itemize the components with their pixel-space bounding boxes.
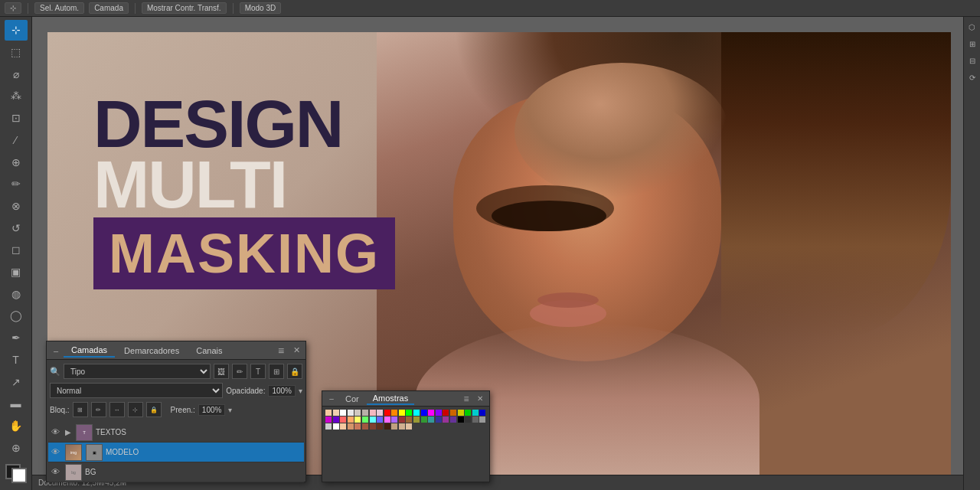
zoom-btn[interactable]: ⊕ [5, 437, 28, 458]
color-swatch-38[interactable] [443, 416, 449, 423]
color-swatch-3[interactable] [348, 410, 354, 416]
color-swatch-22[interactable] [325, 416, 332, 423]
color-swatch-51[interactable] [377, 423, 383, 430]
color-swatch-11[interactable] [406, 410, 412, 416]
tab-camadas[interactable]: Camadas [64, 344, 115, 358]
clone-stamp-btn[interactable]: ⊗ [5, 196, 28, 217]
color-swatch-1[interactable] [333, 410, 339, 416]
layer-lock-draw-btn[interactable]: ✏ [232, 364, 247, 379]
right-panel-btn3[interactable]: ⊟ [965, 54, 979, 67]
right-panel-btn2[interactable]: ⊞ [965, 37, 979, 51]
color-swatch-0[interactable] [325, 410, 332, 416]
blur-btn[interactable]: ◍ [5, 283, 28, 304]
fill-slider-btn[interactable]: ▾ [228, 406, 232, 414]
color-swatch-31[interactable] [391, 416, 397, 423]
dodge-btn[interactable]: ◯ [5, 305, 28, 326]
eyedropper-btn[interactable]: ⁄ [5, 130, 28, 151]
color-swatch-12[interactable] [413, 410, 420, 416]
color-swatch-30[interactable] [384, 416, 390, 423]
move-tool-btn[interactable]: ⊹ [5, 20, 28, 41]
toolbar-transform-btn[interactable]: Mostrar Contr. Transf. [142, 2, 227, 14]
color-swatch-54[interactable] [399, 423, 405, 430]
color-swatch-42[interactable] [472, 416, 479, 423]
color-swatch-49[interactable] [362, 423, 368, 430]
color-swatch-28[interactable] [370, 416, 376, 423]
select-tool-btn[interactable]: ⬚ [5, 42, 28, 63]
eraser-btn[interactable]: ◻ [5, 240, 28, 260]
color-swatch-23[interactable] [333, 416, 339, 423]
color-swatch-41[interactable] [465, 416, 471, 423]
color-swatch-46[interactable] [340, 423, 346, 430]
color-swatch-48[interactable] [354, 423, 361, 430]
shape-btn[interactable]: ▬ [5, 394, 28, 414]
layer-lock-pos-btn[interactable]: 🔒 [287, 364, 302, 379]
lock-btn5[interactable]: 🔒 [146, 402, 162, 417]
color-swatch-8[interactable] [384, 410, 390, 416]
color-panel-close-btn[interactable]: ✕ [474, 393, 486, 405]
color-swatch-39[interactable] [450, 416, 456, 423]
layer-lock-img-btn[interactable]: 🖼 [214, 364, 229, 379]
pen-btn[interactable]: ✒ [5, 328, 28, 348]
background-color[interactable] [11, 468, 27, 483]
color-swatch-18[interactable] [458, 410, 464, 416]
layer-row-bg[interactable]: 👁 bg BG [48, 462, 304, 482]
color-panel-minimize-btn[interactable]: – [325, 393, 338, 405]
color-swatch-44[interactable] [325, 423, 332, 430]
color-panel-menu-btn[interactable]: ≡ [460, 393, 472, 405]
layers-panel-minimize-btn[interactable]: – [50, 345, 62, 357]
tab-demarcadores[interactable]: Demarcadores [116, 345, 187, 357]
color-swatch-15[interactable] [436, 410, 442, 416]
crop-tool-btn[interactable]: ⊡ [5, 108, 28, 129]
toolbar-move-btn[interactable]: ⊹ [5, 2, 21, 14]
color-swatch-33[interactable] [406, 416, 412, 423]
layer-lock-all-btn[interactable]: ⊞ [269, 364, 284, 379]
color-swatch-6[interactable] [370, 410, 376, 416]
layers-panel-menu-btn[interactable]: ≡ [273, 344, 289, 358]
tab-cor[interactable]: Cor [339, 394, 365, 404]
magic-wand-btn[interactable]: ⁂ [5, 86, 28, 106]
layer-row-textos[interactable]: 👁 ▶ T TEXTOS [48, 423, 304, 443]
color-swatch-16[interactable] [443, 410, 449, 416]
layers-panel-close-btn[interactable]: ✕ [290, 345, 302, 357]
tab-canais[interactable]: Canais [188, 345, 230, 357]
path-select-btn[interactable]: ↗ [5, 371, 28, 392]
color-swatch-36[interactable] [428, 416, 434, 423]
tab-amostras[interactable]: Amostras [367, 393, 414, 405]
brush-tool-btn[interactable]: ✏ [5, 174, 28, 194]
color-swatch-17[interactable] [450, 410, 456, 416]
color-swatch-7[interactable] [377, 410, 383, 416]
layer-lock-move-btn[interactable]: T [250, 364, 266, 379]
color-swatch-10[interactable] [399, 410, 405, 416]
color-swatch-35[interactable] [421, 416, 427, 423]
color-swatch-20[interactable] [472, 410, 479, 416]
color-swatch-29[interactable] [377, 416, 383, 423]
layer-eye-bg[interactable]: 👁 [51, 467, 62, 478]
color-swatch-34[interactable] [413, 416, 420, 423]
history-brush-btn[interactable]: ↺ [5, 217, 28, 238]
lock-btn3[interactable]: ↔ [109, 402, 125, 417]
lasso-tool-btn[interactable]: ⌀ [5, 64, 28, 84]
layer-eye-textos[interactable]: 👁 [51, 427, 62, 438]
color-swatch-19[interactable] [465, 410, 471, 416]
color-swatch-37[interactable] [436, 416, 442, 423]
color-swatch-4[interactable] [354, 410, 361, 416]
right-panel-btn1[interactable]: ⬡ [965, 20, 979, 34]
type-btn[interactable]: T [5, 350, 28, 371]
color-swatch-14[interactable] [428, 410, 434, 416]
toolbar-auto-select-btn[interactable]: Sel. Autom. [34, 2, 84, 14]
lock-btn2[interactable]: ✏ [91, 402, 106, 417]
color-swatch-32[interactable] [399, 416, 405, 423]
layer-type-select[interactable]: Tipo [64, 364, 211, 379]
color-swatch-2[interactable] [340, 410, 346, 416]
color-swatch-27[interactable] [362, 416, 368, 423]
color-swatch-24[interactable] [340, 416, 346, 423]
toolbar-3d-mode-btn[interactable]: Modo 3D [240, 2, 282, 14]
hand-btn[interactable]: ✋ [5, 416, 28, 436]
color-swatch-53[interactable] [391, 423, 397, 430]
color-swatch-45[interactable] [333, 423, 339, 430]
lock-btn1[interactable]: ⊞ [73, 402, 88, 417]
color-swatch-25[interactable] [348, 416, 354, 423]
color-swatch-40[interactable] [458, 416, 464, 423]
color-swatch-50[interactable] [370, 423, 376, 430]
lock-btn4[interactable]: ⊹ [128, 402, 143, 417]
